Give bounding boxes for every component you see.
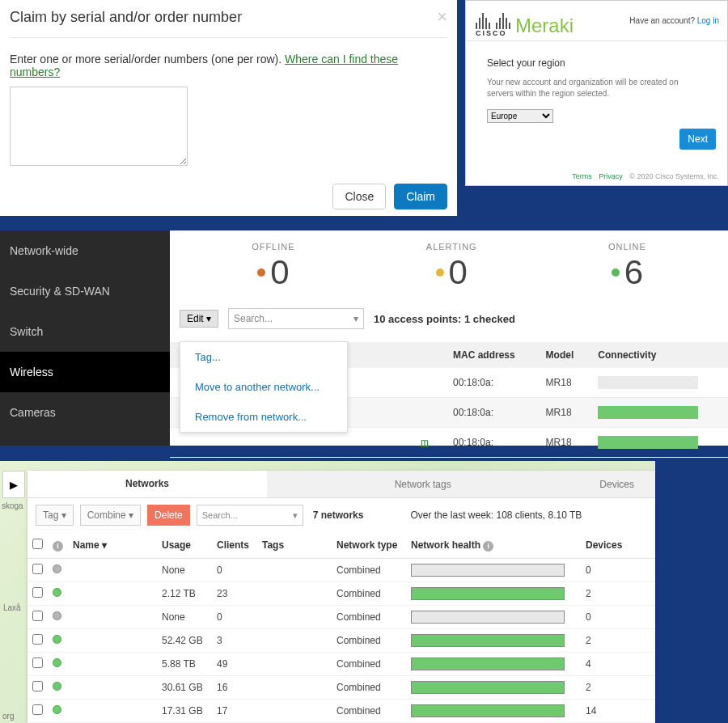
privacy-link[interactable]: Privacy [599, 172, 623, 180]
mac-header[interactable]: MAC address [445, 342, 538, 368]
devices-cell: 4 [581, 653, 655, 676]
copyright: © 2020 Cisco Systems, Inc. [629, 172, 719, 180]
network-row[interactable]: None0Combined0 [28, 559, 655, 582]
networks-search-input[interactable]: Search... ▾ [197, 505, 303, 526]
network-row[interactable]: 5.88 TB49Combined4 [28, 653, 655, 676]
search-input[interactable]: Search... ▾ [228, 308, 364, 329]
login-link[interactable]: Log in [697, 16, 719, 25]
sidebar-item-security-sd-wan[interactable]: Security & SD-WAN [0, 271, 170, 311]
networks-table: i Name ▾ Usage Clients Tags Network type… [28, 532, 655, 723]
info-icon[interactable]: i [483, 541, 493, 552]
type-cell: Combined [332, 606, 406, 629]
devices-cell: 0 [581, 559, 655, 582]
terms-link[interactable]: Terms [572, 172, 592, 180]
usage-header[interactable]: Usage [157, 532, 212, 559]
offline-dot-icon [257, 268, 265, 277]
sidebar-item-cameras[interactable]: Cameras [0, 392, 170, 433]
model-header[interactable]: Model [538, 342, 590, 368]
type-cell: Combined [332, 676, 406, 700]
health-bar [411, 564, 565, 577]
close-button[interactable]: Close [332, 184, 386, 209]
network-row[interactable]: 30.61 GB16Combined2 [28, 676, 655, 700]
usage-cell: 17.31 GB [157, 700, 212, 723]
type-cell: Combined [332, 700, 406, 723]
edit-button[interactable]: Edit ▾ [180, 310, 218, 328]
caret-down-icon: ▾ [293, 510, 298, 521]
mac-cell: 00:18:0a: [445, 368, 538, 398]
row-checkbox[interactable] [32, 704, 43, 715]
type-cell: Combined [332, 629, 406, 653]
dropdown-item[interactable]: Move to another network... [180, 372, 347, 402]
health-header[interactable]: Network health [411, 539, 480, 551]
clients-cell: 0 [212, 606, 257, 629]
devices-cell: 2 [581, 629, 655, 653]
row-checkbox[interactable] [32, 587, 43, 598]
network-row[interactable]: None0Combined0 [28, 606, 655, 629]
status-dot-icon [53, 705, 61, 714]
model-cell: MR18 [538, 428, 590, 458]
network-row[interactable]: 2.12 TB23Combined2 [28, 582, 655, 606]
health-bar [411, 681, 565, 694]
meraki-text: Meraki [515, 15, 574, 37]
next-button[interactable]: Next [679, 129, 716, 150]
usage-cell: 5.88 TB [157, 653, 212, 676]
type-cell: Combined [332, 582, 406, 606]
clients-header[interactable]: Clients [212, 532, 257, 559]
sidebar-item-network-wide[interactable]: Network-wide [0, 230, 170, 271]
close-icon[interactable]: × [437, 8, 447, 26]
connectivity-bar [598, 376, 698, 389]
networks-panel: skoga Laxå org ▶ Networks Network tags D… [0, 461, 655, 723]
status-dot-icon [53, 611, 61, 620]
edit-dropdown: Tag...Move to another network...Remove f… [180, 341, 348, 433]
collapse-button[interactable]: ▶ [2, 471, 25, 498]
modal-prompt-text: Enter one or more serial/order numbers (… [10, 53, 285, 66]
sidebar-item-switch[interactable]: Switch [0, 311, 170, 352]
type-header[interactable]: Network type [332, 532, 406, 559]
clients-cell: 16 [212, 676, 257, 700]
model-cell: MR18 [538, 368, 590, 398]
mac-cell: 00:18:0a: [445, 398, 538, 428]
devices-cell: 14 [581, 700, 655, 723]
type-cell: Combined [332, 653, 406, 676]
status-dot-icon [53, 588, 61, 597]
devices-cell: 2 [581, 676, 655, 700]
claim-button[interactable]: Claim [394, 184, 447, 209]
name-header[interactable]: Name ▾ [68, 532, 157, 559]
devices-header[interactable]: Devices [581, 532, 655, 559]
tag-button[interactable]: Tag ▾ [36, 505, 74, 526]
row-checkbox[interactable] [32, 564, 43, 574]
ap-link[interactable]: m [421, 437, 429, 448]
modal-title: Claim by serial and/or order number [10, 9, 242, 26]
dropdown-item[interactable]: Tag... [180, 342, 347, 372]
tags-header[interactable]: Tags [257, 532, 332, 559]
dropdown-item[interactable]: Remove from network... [180, 402, 347, 432]
usage-cell: None [157, 559, 212, 582]
sidebar-item-wireless[interactable]: Wireless [0, 352, 170, 392]
usage-cell: 30.61 GB [157, 676, 212, 700]
row-checkbox[interactable] [32, 657, 43, 668]
cisco-text: CISCO [476, 29, 510, 37]
health-bar [411, 587, 565, 600]
serial-textarea[interactable] [10, 87, 188, 166]
row-checkbox[interactable] [32, 634, 43, 645]
tab-devices[interactable]: Devices [578, 471, 655, 497]
network-row[interactable]: 17.31 GB17Combined14 [28, 700, 655, 723]
combine-button[interactable]: Combine ▾ [80, 505, 141, 526]
conn-header[interactable]: Connectivity [590, 342, 728, 368]
caret-down-icon: ▾ [353, 313, 358, 324]
status-dot-icon [53, 658, 61, 667]
region-select[interactable]: Europe [487, 109, 553, 123]
select-all-checkbox[interactable] [32, 539, 43, 549]
tab-networks[interactable]: Networks [28, 471, 267, 497]
delete-button[interactable]: Delete [147, 505, 190, 526]
tab-network-tags[interactable]: Network tags [267, 471, 578, 497]
model-cell: MR18 [538, 398, 590, 428]
row-checkbox[interactable] [32, 681, 43, 691]
health-bar [411, 657, 565, 670]
devices-cell: 0 [581, 606, 655, 629]
info-icon[interactable]: i [53, 541, 63, 552]
row-checkbox[interactable] [32, 611, 43, 621]
offline-label: OFFLINE [252, 242, 294, 252]
network-row[interactable]: 52.42 GB3Combined2 [28, 629, 655, 653]
network-stats: Over the last week: 108 clients, 8.10 TB [410, 509, 582, 521]
